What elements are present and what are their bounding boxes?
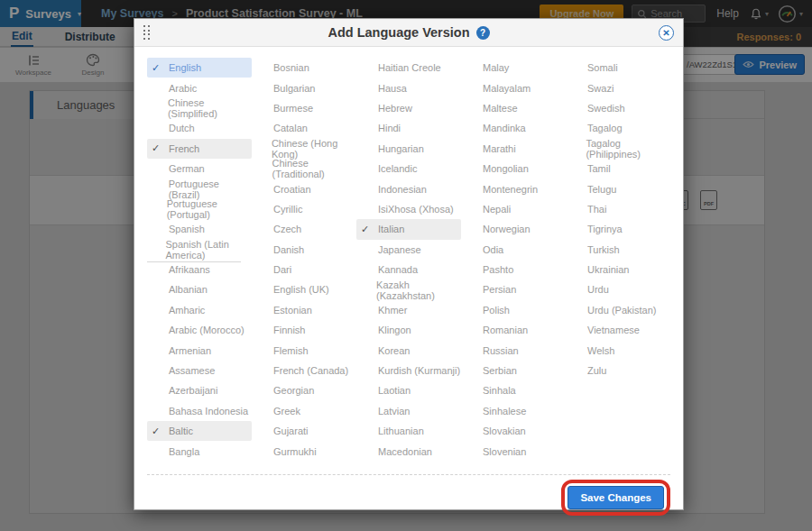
- language-item[interactable]: Albanian: [147, 279, 252, 299]
- language-item[interactable]: Slovakian: [461, 421, 566, 441]
- language-item[interactable]: Afrikaans: [147, 260, 252, 279]
- language-item[interactable]: Russian: [461, 340, 566, 360]
- language-item[interactable]: IsiXhosa (Xhosa): [356, 199, 461, 219]
- language-item[interactable]: French (Canada): [252, 361, 356, 380]
- language-item[interactable]: Arabic (Morocco): [147, 320, 252, 340]
- language-item[interactable]: Turkish: [566, 240, 670, 260]
- language-item[interactable]: Serbian: [461, 361, 566, 380]
- language-item[interactable]: Romanian: [461, 320, 566, 340]
- language-item[interactable]: Kurdish (Kurmanji): [356, 361, 461, 380]
- language-item[interactable]: Chinese (Simplified): [147, 98, 252, 118]
- language-item[interactable]: Japanese: [356, 240, 461, 260]
- language-item[interactable]: Cyrillic: [252, 199, 356, 219]
- language-item[interactable]: Slovenian: [461, 441, 566, 461]
- language-item[interactable]: Greek: [252, 401, 356, 421]
- language-item[interactable]: Urdu: [566, 279, 670, 299]
- language-item[interactable]: Hebrew: [356, 98, 461, 118]
- language-item[interactable]: Spanish (Latin America): [147, 240, 252, 260]
- language-item[interactable]: Tagalog (Philippines): [566, 139, 670, 159]
- language-item[interactable]: Bulgarian: [252, 78, 356, 97]
- language-item[interactable]: German: [147, 159, 252, 179]
- language-item[interactable]: Hungarian: [356, 139, 461, 159]
- language-item[interactable]: Odia: [461, 240, 566, 260]
- language-item[interactable]: Thai: [566, 199, 670, 219]
- language-item[interactable]: Chinese (Traditional): [252, 159, 356, 179]
- language-item[interactable]: ✓French: [147, 139, 252, 159]
- language-item[interactable]: Indonesian: [356, 179, 461, 198]
- language-item[interactable]: Tigrinya: [566, 219, 670, 239]
- language-item[interactable]: Nepali: [461, 199, 566, 219]
- language-item[interactable]: Spanish: [147, 219, 252, 239]
- language-item[interactable]: Icelandic: [356, 159, 461, 179]
- language-item[interactable]: Danish: [252, 240, 356, 260]
- language-item[interactable]: Bangla: [147, 441, 252, 461]
- save-changes-button[interactable]: Save Changes: [567, 486, 664, 509]
- language-item[interactable]: Georgian: [252, 380, 356, 400]
- language-item[interactable]: Czech: [252, 219, 356, 239]
- language-item[interactable]: Malay: [461, 58, 566, 78]
- language-item[interactable]: Telugu: [566, 179, 670, 198]
- language-item[interactable]: Azerbaijani: [147, 380, 252, 400]
- help-question-icon[interactable]: ?: [476, 26, 490, 40]
- language-item[interactable]: Vietnamese: [566, 320, 670, 340]
- language-item[interactable]: Mongolian: [461, 159, 566, 179]
- language-item[interactable]: Portuguese (Portugal): [147, 199, 252, 219]
- language-item[interactable]: Portuguese (Brazil): [147, 179, 252, 198]
- language-item[interactable]: Polish: [461, 300, 566, 320]
- language-item[interactable]: Klingon: [356, 320, 461, 340]
- language-item[interactable]: Swazi: [566, 78, 670, 97]
- language-item[interactable]: Ukrainian: [566, 260, 670, 279]
- language-item[interactable]: Burmese: [252, 98, 356, 118]
- language-item[interactable]: Urdu (Pakistan): [566, 300, 670, 320]
- language-item[interactable]: Kazakh (Kazakhstan): [356, 279, 461, 299]
- language-item[interactable]: Flemish: [252, 340, 356, 360]
- language-item[interactable]: Korean: [356, 340, 461, 360]
- language-item[interactable]: Norwegian: [461, 219, 566, 239]
- language-item[interactable]: Sinhalese: [461, 401, 566, 421]
- language-item[interactable]: Catalan: [252, 118, 356, 138]
- language-item[interactable]: Hindi: [356, 118, 461, 138]
- language-item[interactable]: Bahasa Indonesia: [147, 401, 252, 421]
- language-item[interactable]: Tagalog: [566, 118, 670, 138]
- language-item[interactable]: Arabic: [147, 78, 252, 97]
- language-item[interactable]: Kannada: [356, 260, 461, 279]
- language-item[interactable]: Chinese (Hong Kong): [252, 139, 356, 159]
- language-item[interactable]: Laotian: [356, 380, 461, 400]
- language-item[interactable]: Maltese: [461, 98, 566, 118]
- language-item[interactable]: Lithuanian: [356, 421, 461, 441]
- language-item[interactable]: Haitian Creole: [356, 58, 461, 78]
- language-item[interactable]: ✓English: [147, 58, 252, 78]
- language-item[interactable]: ✓Baltic: [147, 421, 252, 441]
- language-item[interactable]: Swedish: [566, 98, 670, 118]
- language-item[interactable]: Latvian: [356, 401, 461, 421]
- language-item[interactable]: Dutch: [147, 118, 252, 138]
- language-item[interactable]: Armenian: [147, 340, 252, 360]
- language-item[interactable]: Gurmukhi: [252, 441, 356, 461]
- language-item[interactable]: Somali: [566, 58, 670, 78]
- language-item[interactable]: Dari: [252, 260, 356, 279]
- language-item[interactable]: Khmer: [356, 300, 461, 320]
- language-item[interactable]: English (UK): [252, 279, 356, 299]
- language-item[interactable]: Welsh: [566, 340, 670, 360]
- language-item[interactable]: Sinhala: [461, 380, 566, 400]
- language-item[interactable]: Mandinka: [461, 118, 566, 138]
- language-item[interactable]: Malayalam: [461, 78, 566, 97]
- language-item[interactable]: Marathi: [461, 139, 566, 159]
- language-item[interactable]: Gujarati: [252, 421, 356, 441]
- language-item[interactable]: Assamese: [147, 361, 252, 380]
- language-item[interactable]: Finnish: [252, 320, 356, 340]
- language-item[interactable]: Tamil: [566, 159, 670, 179]
- language-item[interactable]: Macedonian: [356, 441, 461, 461]
- language-item[interactable]: Amharic: [147, 300, 252, 320]
- language-item[interactable]: Hausa: [356, 78, 461, 97]
- language-item[interactable]: Estonian: [252, 300, 356, 320]
- language-item[interactable]: Bosnian: [252, 58, 356, 78]
- language-item[interactable]: Persian: [461, 279, 566, 299]
- language-item[interactable]: Croatian: [252, 179, 356, 198]
- language-item[interactable]: Pashto: [461, 260, 566, 279]
- drag-handle-icon[interactable]: [143, 25, 151, 41]
- language-item[interactable]: Montenegrin: [461, 179, 566, 198]
- close-icon[interactable]: ✕: [659, 25, 674, 41]
- language-item[interactable]: Zulu: [566, 361, 670, 380]
- language-item[interactable]: ✓Italian: [356, 219, 461, 239]
